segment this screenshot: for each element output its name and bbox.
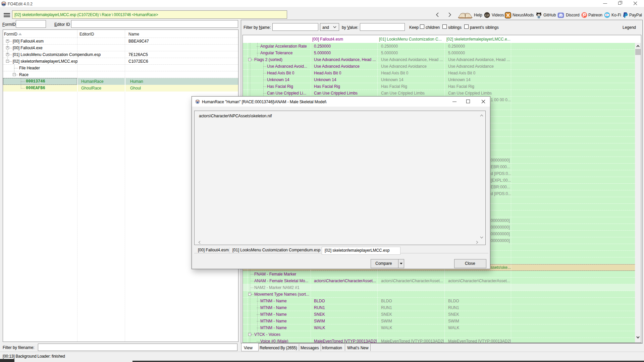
- svg-text:GP: GP: [485, 14, 489, 17]
